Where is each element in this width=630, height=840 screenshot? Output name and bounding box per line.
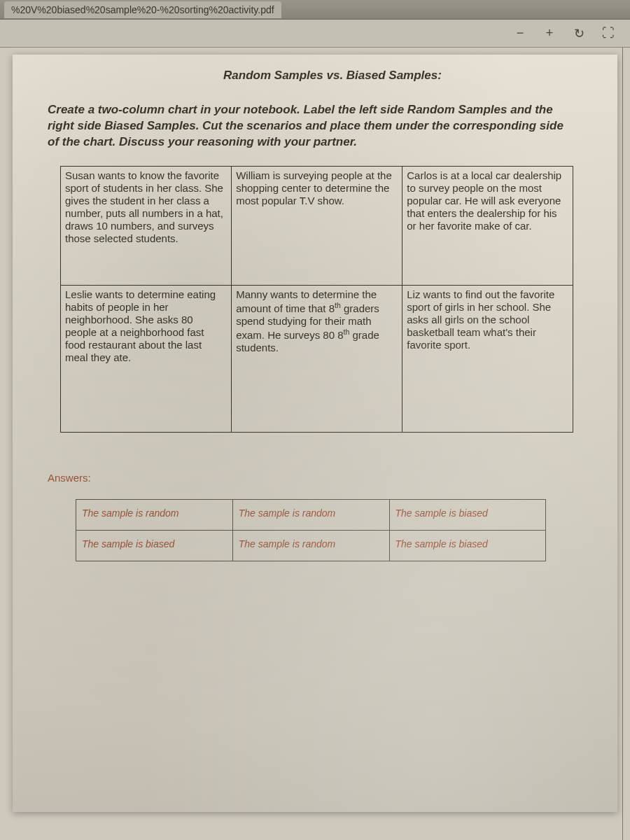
scenario-cell: Susan wants to know the favorite sport o… xyxy=(61,166,232,285)
scenario-cell: Liz wants to find out the favorite sport… xyxy=(402,285,573,432)
scenario-cell: Carlos is at a local car dealership to s… xyxy=(402,166,573,285)
vertical-divider xyxy=(622,48,623,840)
browser-tab-bar: %20V%20biased%20sample%20-%20sorting%20a… xyxy=(0,0,630,20)
instructions-text: Create a two-column chart in your notebo… xyxy=(48,102,582,150)
answer-cell: The sample is random xyxy=(232,499,389,530)
table-row: The sample is biased The sample is rando… xyxy=(76,530,546,561)
table-row: Susan wants to know the favorite sport o… xyxy=(61,166,573,285)
answer-cell: The sample is biased xyxy=(76,530,233,561)
answer-cell: The sample is biased xyxy=(389,530,546,561)
scenario-table: Susan wants to know the favorite sport o… xyxy=(60,166,573,433)
answer-cell: The sample is random xyxy=(232,530,389,561)
scenario-cell: Leslie wants to determine eating habits … xyxy=(61,285,232,432)
table-row: Leslie wants to determine eating habits … xyxy=(61,285,573,432)
zoom-out-icon[interactable]: − xyxy=(512,26,528,41)
table-row: The sample is random The sample is rando… xyxy=(76,499,546,530)
browser-tab[interactable]: %20V%20biased%20sample%20-%20sorting%20a… xyxy=(4,1,281,18)
answer-cell: The sample is biased xyxy=(389,499,546,530)
page-title: Random Samples vs. Biased Samples: xyxy=(83,69,582,83)
answers-table: The sample is random The sample is rando… xyxy=(76,499,546,561)
pdf-viewer: Random Samples vs. Biased Samples: Creat… xyxy=(0,48,630,840)
answer-cell: The sample is random xyxy=(76,499,233,530)
scenario-cell: Manny wants to determine the amount of t… xyxy=(232,285,402,432)
pdf-toolbar: − + ↻ ⛶ xyxy=(0,20,630,48)
scenario-cell: William is surveying people at the shopp… xyxy=(232,166,402,285)
ordinal-suffix: th xyxy=(344,328,350,336)
fit-page-icon[interactable]: ⛶ xyxy=(601,26,616,41)
pdf-page: Random Samples vs. Biased Samples: Creat… xyxy=(13,55,617,812)
zoom-in-icon[interactable]: + xyxy=(542,26,557,41)
answers-heading: Answers: xyxy=(48,472,582,484)
rotate-icon[interactable]: ↻ xyxy=(571,26,587,41)
ordinal-suffix: th xyxy=(335,301,341,309)
tab-title: %20V%20biased%20sample%20-%20sorting%20a… xyxy=(11,4,274,15)
